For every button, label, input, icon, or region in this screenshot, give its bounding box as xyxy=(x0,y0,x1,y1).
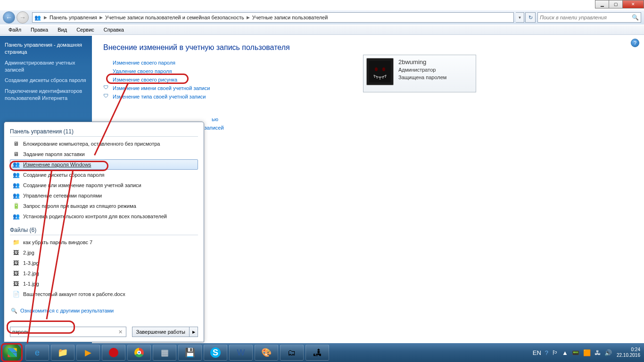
forward-button[interactable]: → xyxy=(17,11,29,24)
taskbar-paint[interactable]: 🎨 xyxy=(255,345,278,361)
file-result[interactable]: 🖼1-3.jpg xyxy=(10,258,198,268)
cp-result[interactable]: 👥Управление сетевыми паролями xyxy=(10,190,198,201)
image-icon: 🖼 xyxy=(12,249,20,256)
search-box[interactable]: 🔍 xyxy=(537,12,641,23)
menu-view[interactable]: Вид xyxy=(53,25,72,34)
shield-icon xyxy=(103,85,110,91)
users-icon: 👥 xyxy=(12,161,20,168)
tray-time: 0:24 xyxy=(617,347,640,353)
menu-edit[interactable]: Правка xyxy=(26,25,53,34)
maximize-button[interactable]: ▢ xyxy=(609,0,623,8)
taskbar-opera[interactable] xyxy=(102,345,125,361)
svg-point-2 xyxy=(382,67,385,71)
start-search-input[interactable] xyxy=(12,329,117,335)
tray-up-icon[interactable]: ▲ xyxy=(562,349,568,356)
doc-icon: 📄 xyxy=(12,290,20,298)
taskbar-photos[interactable]: 🏞 xyxy=(305,345,329,361)
task-list: Изменение своего пароля Удаление своего … xyxy=(103,58,264,132)
taskbar-skype[interactable]: S xyxy=(204,345,227,361)
taskbar-chrome[interactable] xyxy=(127,345,151,361)
address-bar[interactable]: 👥 ▶ Панель управления ▶ Учетные записи п… xyxy=(32,12,514,23)
taskbar-app[interactable]: ▦ xyxy=(153,345,176,361)
file-result[interactable]: 🖼1-1.jpg xyxy=(10,279,198,289)
nav-bar: ← → 👥 ▶ Панель управления ▶ Учетные запи… xyxy=(0,10,644,25)
breadcrumb[interactable]: Учетные записи пользователей и семейная … xyxy=(104,15,246,20)
shutdown-button[interactable]: Завершение работы xyxy=(132,327,190,337)
menu-bar: Файл Правка Вид Сервис Справка xyxy=(0,25,644,35)
cp-result[interactable]: 🖥Блокирование компьютера, оставленного б… xyxy=(10,139,198,149)
result-label: 1-2.jpg xyxy=(23,271,39,276)
file-result[interactable]: 🖼2.jpg xyxy=(10,247,198,258)
back-button[interactable]: ← xyxy=(3,11,15,24)
address-dropdown[interactable]: ▼ xyxy=(516,12,524,23)
shutdown-menu-arrow[interactable]: ▶ xyxy=(190,327,198,337)
menu-service[interactable]: Сервис xyxy=(72,25,99,34)
search-input[interactable] xyxy=(540,15,632,20)
tray-lang[interactable]: EN xyxy=(533,349,541,356)
result-label: Установка родительского контроля для все… xyxy=(23,214,167,219)
minimize-button[interactable]: ▁ xyxy=(595,0,609,8)
result-label: как убрать пароль виндовс 7 xyxy=(23,239,92,245)
refresh-button[interactable]: ↻ xyxy=(525,12,536,23)
task-change-password[interactable]: Изменение своего пароля xyxy=(103,58,264,67)
taskbar-save[interactable]: 💾 xyxy=(178,345,202,361)
breadcrumb-sep: ▶ xyxy=(246,15,251,20)
see-more-results[interactable]: 🔍Ознакомиться с другими результатами xyxy=(10,305,198,314)
cp-result[interactable]: 🔋Запрос пароля при выходе из спящего реж… xyxy=(10,201,198,211)
task-change-type[interactable]: Изменение типа своей учетной записи xyxy=(103,92,264,101)
power-icon: 🔋 xyxy=(12,202,20,210)
cp-result[interactable]: 👥Создание дискеты сброса пароля xyxy=(10,170,198,180)
users-icon: 👥 xyxy=(12,213,20,220)
tray-network-icon[interactable]: 🖧 xyxy=(594,349,601,356)
cp-result[interactable]: 🖥Задание пароля заставки xyxy=(10,149,198,159)
cp-result[interactable]: 👥Создание или изменение пароля учетной з… xyxy=(10,180,198,190)
menu-help[interactable]: Справка xyxy=(99,25,129,34)
tray-clock[interactable]: 0:24 22.10.2016 xyxy=(617,347,640,358)
sidebar-link[interactable]: Создание дискеты сброса пароля xyxy=(0,75,92,86)
taskbar-wmp[interactable]: ▶ xyxy=(76,345,100,361)
file-result[interactable]: 📄Ваш тестовый аккаунт готов к работе.doc… xyxy=(10,289,198,299)
start-search-box[interactable]: ✕ xyxy=(10,327,126,337)
file-result[interactable]: 📁как убрать пароль виндовс 7 xyxy=(10,237,198,247)
start-search-popup: Панель управления (11) 🖥Блокирование ком… xyxy=(4,122,204,342)
task-change-name[interactable]: Изменение имени своей учетной записи xyxy=(103,84,264,92)
tray-help-icon[interactable]: ? xyxy=(545,349,548,356)
help-icon[interactable]: ? xyxy=(631,39,639,47)
tray-volume-icon[interactable]: 🔊 xyxy=(604,349,612,356)
sidebar-home[interactable]: Панель управления - домашняя страница xyxy=(0,40,92,58)
start-button[interactable] xyxy=(3,343,22,362)
file-result[interactable]: 🖼1-2.jpg xyxy=(10,268,198,279)
avatar xyxy=(366,58,394,85)
taskbar-explorer[interactable]: 📁 xyxy=(51,345,74,361)
image-icon: 🖼 xyxy=(12,270,20,277)
tray-app-icon[interactable]: 🟧 xyxy=(583,349,591,356)
close-button[interactable]: ✕ xyxy=(622,0,644,8)
task-change-picture[interactable]: Изменение своего рисунка xyxy=(103,75,264,84)
svg-point-1 xyxy=(375,67,378,71)
task-remove-password[interactable]: Удаление своего пароля xyxy=(103,67,264,75)
cp-result-selected[interactable]: 👥Изменение пароля Windows xyxy=(10,159,198,170)
result-label: Блокирование компьютера, оставленного бе… xyxy=(23,141,160,147)
sidebar-link[interactable]: Администрирование учетных записей xyxy=(0,58,92,75)
tray-app-icon[interactable]: 📟 xyxy=(572,349,579,356)
breadcrumb[interactable]: Учетные записи пользователей xyxy=(251,15,330,20)
task-label: Изменение типа своей учетной записи xyxy=(113,94,206,99)
search-group-cp: Панель управления (11) xyxy=(10,127,198,137)
breadcrumb[interactable]: Панель управления xyxy=(48,15,99,20)
result-label: 1-1.jpg xyxy=(23,281,39,287)
result-label: Создание или изменение пароля учетной за… xyxy=(23,182,141,188)
result-label: Управление сетевыми паролями xyxy=(23,193,102,198)
result-label: 1-3.jpg xyxy=(23,260,39,266)
menu-file[interactable]: Файл xyxy=(4,25,26,34)
taskbar-ie[interactable]: e xyxy=(25,345,49,361)
clear-icon[interactable]: ✕ xyxy=(117,329,124,335)
search-icon[interactable]: 🔍 xyxy=(632,14,639,21)
taskbar-app2[interactable]: 🗂 xyxy=(280,345,304,361)
users-icon: 👥 xyxy=(12,192,20,199)
monitor-icon: 🖥 xyxy=(12,150,20,158)
tray-flag-icon[interactable]: 🏳 xyxy=(552,349,558,356)
user-role: Администратор xyxy=(398,66,446,74)
taskbar-word[interactable]: W xyxy=(229,345,253,361)
cp-result[interactable]: 👥Установка родительского контроля для вс… xyxy=(10,211,198,222)
sidebar-link[interactable]: Подключение идентификаторов пользователе… xyxy=(0,86,92,104)
